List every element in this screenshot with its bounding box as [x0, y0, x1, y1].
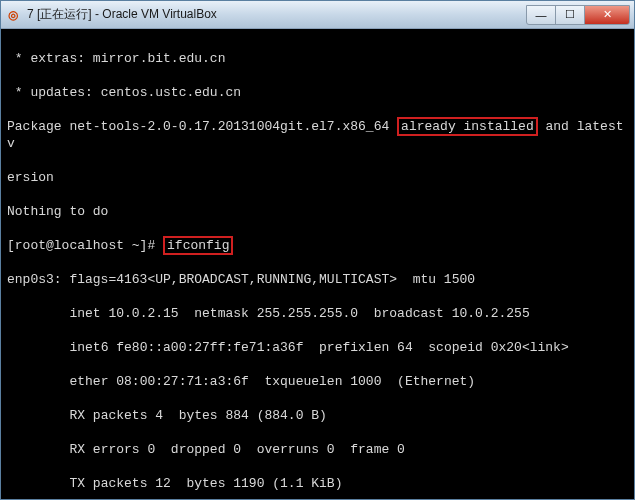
term-line: inet 10.0.2.15 netmask 255.255.255.0 bro… [7, 305, 628, 322]
term-line: RX errors 0 dropped 0 overruns 0 frame 0 [7, 441, 628, 458]
term-line: RX packets 4 bytes 884 (884.0 B) [7, 407, 628, 424]
term-line: ether 08:00:27:71:a3:6f txqueuelen 1000 … [7, 373, 628, 390]
close-button[interactable]: ✕ [584, 5, 630, 25]
term-text: Package net-tools-2.0-0.17.20131004git.e… [7, 119, 397, 134]
vm-window: ◎ 7 [正在运行] - Oracle VM VirtualBox — ☐ ✕ … [0, 0, 635, 500]
term-line: ersion [7, 169, 628, 186]
term-line: Nothing to do [7, 203, 628, 220]
maximize-button[interactable]: ☐ [555, 5, 585, 25]
term-line: TX packets 12 bytes 1190 (1.1 KiB) [7, 475, 628, 492]
term-line: inet6 fe80::a00:27ff:fe71:a36f prefixlen… [7, 339, 628, 356]
window-controls: — ☐ ✕ [527, 5, 630, 25]
term-line: Package net-tools-2.0-0.17.20131004git.e… [7, 118, 628, 152]
highlight-already-installed: already installed [397, 117, 538, 136]
term-prompt-line: [root@localhost ~]# ifconfig [7, 237, 628, 254]
terminal-output[interactable]: * extras: mirror.bit.edu.cn * updates: c… [1, 29, 634, 499]
highlight-ifconfig: ifconfig [163, 236, 233, 255]
term-line: * extras: mirror.bit.edu.cn [7, 50, 628, 67]
term-line: enp0s3: flags=4163<UP,BROADCAST,RUNNING,… [7, 271, 628, 288]
term-line: * updates: centos.ustc.edu.cn [7, 84, 628, 101]
term-prompt: [root@localhost ~]# [7, 238, 163, 253]
app-icon: ◎ [5, 7, 21, 23]
minimize-button[interactable]: — [526, 5, 556, 25]
titlebar[interactable]: ◎ 7 [正在运行] - Oracle VM VirtualBox — ☐ ✕ [1, 1, 634, 29]
window-title: 7 [正在运行] - Oracle VM VirtualBox [27, 6, 527, 23]
